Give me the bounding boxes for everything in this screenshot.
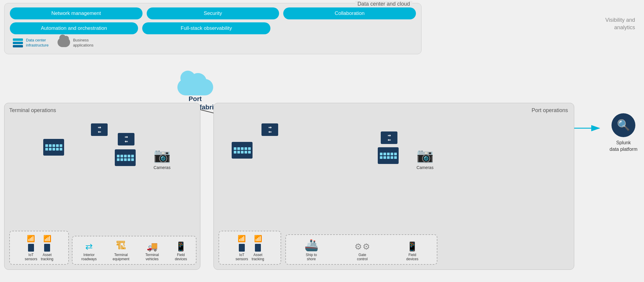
data-center-label: Data center and cloud [355,1,412,7]
device-ports-3 [117,155,134,157]
phone-icon-port: 📱 [407,241,418,252]
port-campus-cloud [174,69,216,95]
terminal-mid-switch: ⇒ ⇐ [118,133,134,145]
iot-sensors-label: IoTsensors [25,253,37,261]
device-ports-1 [45,144,62,147]
iot-sensors-item-port: 📶 IoTsensors [236,235,248,261]
switch-arrows-mid: ⇒ ⇐ [125,135,128,144]
sensor-box-1 [28,244,34,252]
terminal-network-device-left [43,139,64,156]
network-device-port-left [232,142,253,159]
switch-icon-port-mid: ⇒ ⇐ [381,131,397,144]
asset-tracking-item-port: 📶 Assettracking [252,235,264,261]
port-network-device-left [232,142,253,159]
terminal-equipment-items: ⇄ Interiorroadways 🏗 Terminalequipment 🚚… [75,240,193,261]
terminal-vehicles-label: Terminalvehicles [145,253,159,261]
port-mid-switch: ⇒ ⇐ [381,131,397,144]
pill-security[interactable]: Security [147,7,279,19]
switch-icon-port-1: ⇒ ⇐ [261,123,278,136]
port-ops-label: Port operations [532,107,568,114]
port-top-switch: ⇒ ⇐ [261,123,278,136]
field-devices-item-port: 📱 Fielddevices [406,241,419,261]
terminal-equipment-box: ⇄ Interiorroadways 🏗 Terminalequipment 🚚… [72,236,196,265]
sensor-box-2 [44,244,50,252]
terminal-top-switch: ⇒ ⇐ [91,123,108,136]
cameras-label-port: Cameras [417,165,434,170]
main-container: Data center and cloud Network management… [0,0,644,282]
phone-icon-terminal: 📱 [175,241,186,252]
pill-collaboration[interactable]: Collaboration [283,7,416,19]
port-ops-box: Port operations ⇒ ⇐ [213,103,574,270]
port-iot-items: 📶 IoTsensors 📶 Assettracking [222,235,278,261]
cloud-gray-icon [58,38,71,48]
terminal-iot-box: 📶 IoTsensors 📶 Assettracking [9,231,69,265]
dc-infrastructure-item: Data centerinfrastructure [12,37,49,49]
data-center-box: Data center and cloud Network management… [4,3,422,54]
switch-arrows-port-mid: ⇒ ⇐ [388,133,391,142]
asset-tracking-item-terminal: 📶 Assettracking [41,235,53,261]
terminal-camera-item: 📷 Cameras [154,147,171,170]
asset-tracking-label-terminal: Assettracking [41,253,53,261]
wifi-icon-2: 📶 [43,235,51,243]
road-icon: ⇄ [85,241,93,252]
truck-icon: 🚚 [147,241,158,252]
field-devices-item-terminal: 📱 Fielddevices [175,241,187,261]
port-operations-box: 🚢 Ship toshore ⚙ ⚙ Gatecontrol 📱 Fieldde… [285,234,437,265]
sensor-box-port-2 [255,244,261,252]
field-devices-label-port: Fielddevices [406,253,419,261]
splunk-label: Splunkdata platform [610,140,637,152]
camera-icon-port: 📷 [417,147,434,163]
switch-icon-1: ⇒ ⇐ [91,123,108,136]
terminal-vehicles-item: 🚚 Terminalvehicles [145,241,159,261]
interior-roadways-label: Interiorroadways [81,253,97,261]
splunk-container: 🔍 Splunkdata platform [610,113,637,152]
device-ports-2 [45,148,62,151]
wifi-icon-1: 📶 [27,235,35,243]
asset-tracking-label-port: Assettracking [252,253,264,261]
iot-sensors-label-port: IoTsensors [236,253,248,261]
crane-icon: 🏗 [116,240,126,252]
pill-row-1: Network management Security Collaboratio… [10,7,416,19]
port-camera-item: 📷 Cameras [417,147,434,170]
gears-icon: ⚙ ⚙ [354,242,370,252]
gate-control-label: Gatecontrol [357,253,368,261]
iot-sensors-item: 📶 IoTsensors [25,235,37,261]
ship-to-shore-label: Ship toshore [306,253,317,261]
business-apps-item: Businessapplications [58,38,94,48]
terminal-network-device-right [115,149,136,166]
interior-roadways-item: ⇄ Interiorroadways [81,241,97,261]
wifi-icon-port-1: 📶 [238,235,246,243]
splunk-search-icon: 🔍 [617,119,630,131]
pill-observability[interactable]: Full-stack observability [142,22,270,34]
sensor-box-port-1 [239,244,245,252]
terminal-ops-label: Terminal operations [9,107,195,114]
port-operations-items: 🚢 Ship toshore ⚙ ⚙ Gatecontrol 📱 Fieldde… [288,238,434,261]
cameras-label-terminal: Cameras [154,165,171,170]
pill-network-management[interactable]: Network management [10,7,143,19]
splunk-icon: 🔍 [612,113,635,137]
switch-arrows-port-1: ⇒ ⇐ [268,125,272,134]
port-network-device-right [378,147,399,164]
visibility-analytics-label: Visibility andanalytics [605,16,635,31]
switch-arrows-1: ⇒ ⇐ [98,125,101,134]
switch-icon-mid: ⇒ ⇐ [118,133,134,145]
terminal-equipment-label: Terminalequipment [113,253,129,261]
terminal-equipment-item: 🏗 Terminalequipment [113,240,129,261]
pill-automation[interactable]: Automation and orchestration [10,22,138,34]
network-device-left [43,139,64,156]
port-iot-box: 📶 IoTsensors 📶 Assettracking [219,231,281,265]
field-devices-label-terminal: Fielddevices [175,253,187,261]
camera-icon-terminal: 📷 [154,147,171,163]
gate-control-item: ⚙ ⚙ Gatecontrol [354,242,370,261]
dc-icons-row: Data centerinfrastructure Businessapplic… [10,37,416,49]
pill-row-2: Automation and orchestration Full-stack … [10,22,416,34]
server-icon [12,37,24,49]
network-device-port-right [378,147,399,164]
dc-infrastructure-label: Data centerinfrastructure [26,38,49,48]
business-apps-label: Businessapplications [73,38,94,48]
cloud-shape [177,79,213,95]
network-device-right [115,149,136,166]
wifi-icon-port-2: 📶 [254,235,262,243]
terminal-iot-items: 📶 IoTsensors 📶 Assettracking [12,235,66,261]
terminal-ops-box: Terminal operations ⇒ ⇐ [4,103,200,270]
